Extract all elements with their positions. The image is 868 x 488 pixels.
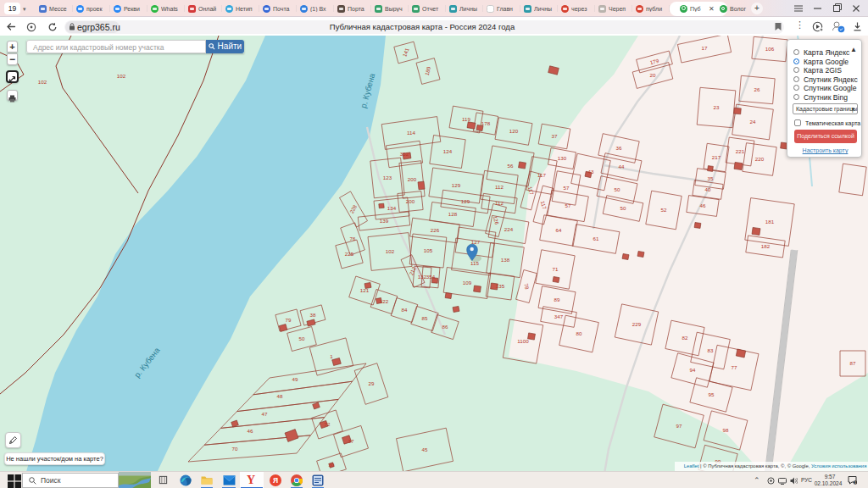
svg-text:200: 200 (406, 198, 415, 204)
svg-text:30: 30 (329, 462, 335, 468)
svg-text:23: 23 (714, 104, 720, 110)
svg-text:24: 24 (750, 119, 756, 125)
svg-text:89: 89 (554, 297, 560, 302)
svg-text:106: 106 (765, 46, 775, 52)
svg-text:45: 45 (422, 446, 428, 452)
svg-text:26: 26 (754, 86, 760, 92)
svg-text:347: 347 (554, 313, 564, 319)
svg-text:46: 46 (700, 202, 706, 208)
svg-text:43: 43 (588, 169, 594, 175)
svg-text:50: 50 (620, 205, 626, 211)
svg-text:354: 354 (426, 274, 436, 280)
svg-text:130: 130 (558, 155, 567, 161)
svg-text:86: 86 (442, 324, 448, 330)
svg-text:46: 46 (248, 428, 253, 434)
svg-text:71: 71 (553, 266, 559, 272)
svg-text:56: 56 (508, 163, 514, 169)
svg-text:87: 87 (850, 360, 856, 366)
svg-text:134: 134 (387, 205, 397, 211)
svg-text:105: 105 (424, 247, 433, 253)
svg-text:1100: 1100 (517, 338, 529, 344)
svg-text:217: 217 (712, 154, 721, 160)
svg-text:57: 57 (565, 202, 571, 208)
svg-text:64: 64 (556, 227, 562, 233)
svg-text:112: 112 (495, 200, 504, 206)
svg-text:49: 49 (292, 376, 298, 382)
svg-text:225: 225 (345, 251, 354, 257)
svg-text:50: 50 (299, 336, 305, 341)
svg-text:226: 226 (431, 227, 440, 233)
svg-text:139: 139 (380, 218, 389, 224)
svg-text:112: 112 (495, 184, 504, 190)
svg-text:84: 84 (402, 307, 408, 313)
svg-text:229: 229 (632, 321, 642, 327)
svg-text:85: 85 (422, 315, 428, 321)
svg-text:35: 35 (708, 175, 714, 181)
svg-text:128: 128 (448, 211, 458, 217)
svg-text:36: 36 (616, 145, 622, 151)
svg-text:38: 38 (310, 312, 316, 318)
svg-text:121: 121 (360, 287, 370, 293)
svg-text:122: 122 (380, 298, 389, 304)
svg-text:135: 135 (496, 283, 505, 289)
svg-text:120: 120 (509, 128, 519, 134)
svg-text:77: 77 (732, 364, 737, 370)
svg-text:178: 178 (481, 120, 491, 126)
svg-text:102: 102 (117, 73, 126, 79)
svg-text:20: 20 (650, 72, 656, 78)
svg-text:82: 82 (682, 335, 688, 341)
svg-text:44: 44 (619, 164, 625, 169)
svg-text:80: 80 (576, 330, 582, 336)
svg-text:119: 119 (462, 116, 470, 122)
svg-text:57: 57 (564, 185, 570, 191)
svg-text:117: 117 (537, 172, 546, 178)
svg-text:124: 124 (443, 148, 453, 154)
svg-text:17: 17 (702, 45, 708, 51)
svg-text:29: 29 (369, 380, 375, 386)
svg-text:Я: Я (273, 476, 278, 485)
svg-text:70: 70 (232, 446, 238, 452)
svg-text:37: 37 (552, 133, 558, 139)
svg-text:97: 97 (676, 423, 682, 429)
svg-text:129: 129 (452, 182, 461, 188)
svg-text:114: 114 (407, 130, 415, 136)
svg-text:102: 102 (386, 248, 395, 254)
svg-text:109: 109 (463, 280, 472, 286)
svg-text:224: 224 (504, 226, 514, 232)
svg-text:79: 79 (286, 317, 292, 323)
svg-text:102: 102 (38, 79, 47, 85)
svg-text:37: 37 (348, 438, 354, 444)
svg-text:182: 182 (761, 243, 771, 249)
svg-text:95: 95 (709, 391, 715, 397)
svg-text:50: 50 (615, 186, 620, 192)
svg-text:47: 47 (262, 411, 268, 417)
svg-text:83: 83 (708, 347, 714, 353)
svg-text:1: 1 (854, 481, 856, 485)
svg-text:181: 181 (765, 219, 775, 225)
svg-text:1: 1 (330, 353, 333, 359)
svg-text:52: 52 (661, 207, 667, 213)
svg-text:40: 40 (705, 186, 711, 192)
svg-text:200: 200 (408, 176, 417, 182)
svg-text:220: 220 (755, 156, 765, 162)
svg-text:76: 76 (350, 236, 356, 241)
svg-text:98: 98 (723, 427, 729, 433)
svg-text:123: 123 (383, 175, 392, 180)
svg-text:94: 94 (690, 367, 696, 373)
svg-text:352: 352 (400, 151, 409, 157)
svg-text:48: 48 (277, 393, 283, 399)
svg-text:129: 129 (461, 198, 470, 204)
svg-text:72: 72 (325, 421, 331, 427)
svg-text:61: 61 (593, 236, 599, 241)
svg-text:221: 221 (736, 148, 745, 154)
svg-text:138: 138 (501, 257, 510, 263)
